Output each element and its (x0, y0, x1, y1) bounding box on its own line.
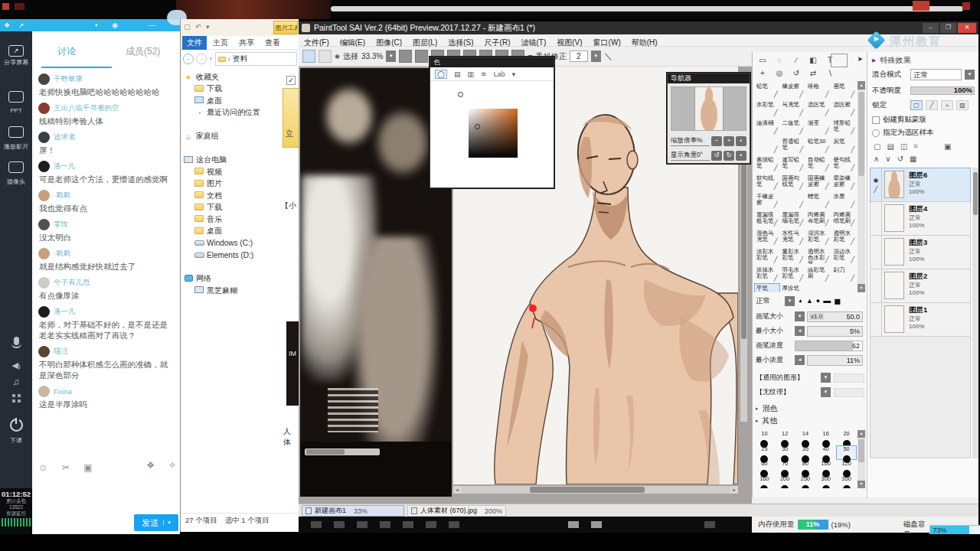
user-name[interactable]: ·戳戳 (54, 249, 70, 259)
zoom-in-icon[interactable]: + (724, 136, 734, 146)
hsv-sliders-icon[interactable]: ▥ (468, 70, 475, 78)
tree-item[interactable]: 桌面 (184, 226, 283, 238)
tree-item[interactable]: 家庭组 (184, 131, 283, 143)
size-preset[interactable]: 100 (815, 460, 836, 475)
tree-item[interactable]: Elements (D:) (184, 249, 283, 262)
brush-item[interactable]: 自动铅笔╱ (805, 155, 831, 173)
preset-scroll-thumb[interactable] (858, 439, 864, 462)
close-button[interactable]: ✕ (958, 23, 976, 33)
size-preset[interactable]: 160 (754, 475, 775, 489)
move-down-icon[interactable]: ∨ (885, 155, 890, 163)
user-name[interactable]: 零玫 (54, 220, 68, 230)
layer-row[interactable]: ◉ ╱ 图层6 正常 100% (871, 168, 970, 202)
new-layer-icon[interactable]: ▢ (874, 142, 880, 151)
tree-item[interactable]: 这台电脑 (184, 155, 283, 167)
min-size-slider[interactable]: 5% (807, 326, 863, 337)
user-name[interactable]: 王出八临千寻看的空 (54, 103, 119, 113)
tree-item[interactable]: 文档 (184, 190, 283, 202)
message-list[interactable]: 千野翠康 老师快换电脑吧哈哈哈哈哈哈哈哈 王出八临千寻看的空 线稿特别考验人体 (38, 73, 178, 454)
brush-item[interactable]: 画笔╱ (831, 81, 858, 99)
rotate-tool-icon[interactable]: ↺ (789, 67, 803, 79)
tool-button-2[interactable] (415, 50, 428, 63)
visibility-eye-icon[interactable]: ◉ (874, 311, 879, 318)
layer-scrollbar[interactable] (972, 168, 978, 458)
brush-edge-3[interactable]: ● (816, 295, 820, 307)
restore-button[interactable]: ❐ (940, 23, 956, 33)
transfer-layer-icon[interactable]: ⌗ (913, 142, 918, 151)
brush-item[interactable]: 晕染橡皮擦╱ (831, 173, 858, 191)
brush-scrollbar[interactable]: ▴ ▾ (858, 81, 865, 292)
shape-dropdown-icon[interactable]: ▾ (821, 373, 831, 383)
emoji-icon[interactable]: ☺ (38, 462, 47, 473)
send-button[interactable]: 发送▾ (134, 514, 178, 531)
size-preset[interactable]: 12 (775, 430, 795, 445)
ribbon-tab[interactable]: 主页 (208, 36, 233, 50)
avatar[interactable] (38, 103, 50, 114)
brush-item[interactable]: 球形铅笔╱ (831, 118, 858, 136)
chat-window-titlebar[interactable]: ❖ ↗ ▾ ◉ — (0, 19, 180, 31)
user-name[interactable]: 洛一凡 (54, 161, 76, 171)
chevron-down-icon[interactable]: ▾ (95, 19, 98, 31)
ribbon-tab[interactable]: 查看 (260, 36, 285, 50)
angle-reset-icon[interactable]: ▪ (736, 151, 746, 161)
send-dropdown-icon[interactable]: ▾ (163, 520, 171, 526)
lab-icon[interactable]: Lab (494, 70, 505, 78)
tab-members[interactable]: 成员(52) (126, 45, 160, 58)
layer-row[interactable]: ◉ ╱ 图层2 正常 100% (871, 269, 970, 303)
brush-item[interactable]: 透明水彩笔╱ (831, 228, 858, 246)
brush-item[interactable]: 国画橡皮擦╱ (805, 173, 831, 191)
scroll-up-icon[interactable]: ▴ (858, 430, 865, 438)
brush-item[interactable]: 软勾线笔╱ (754, 173, 780, 191)
min-density-slider[interactable]: 11% (807, 355, 863, 366)
brush-item[interactable]: 油彩笔刷╱ (805, 265, 831, 283)
blend-mode-select[interactable]: 正常 (910, 69, 962, 80)
section-others[interactable]: ▸其他 (756, 415, 864, 427)
brush-item[interactable]: 屋漏痕粗毛笔╱ (754, 210, 780, 228)
tree-item[interactable]: 音乐 (184, 214, 283, 226)
brush-item[interactable]: 铅笔╱ (754, 81, 780, 99)
forward-icon[interactable]: → (196, 54, 207, 64)
navigator-thumbnail[interactable] (671, 86, 746, 131)
visibility-eye-icon[interactable]: ◉ (874, 177, 879, 184)
zoom-reset-icon[interactable]: ▪ (736, 136, 746, 146)
hscroll-thumb[interactable] (530, 487, 645, 493)
user-name[interactable]: 兮子有儿思 (54, 278, 90, 288)
avatar[interactable] (38, 190, 50, 201)
flip-tool-icon[interactable]: ⇄ (806, 67, 820, 79)
brush-edge-5[interactable]: ◼ (834, 295, 841, 307)
brush-item[interactable]: 湿润水彩笔╱ (805, 228, 831, 246)
layer-row[interactable]: ◉ ╱ 图层1 正常 100% (871, 303, 970, 337)
merge-down-icon[interactable]: ↺ (897, 155, 903, 163)
lock-transparency-icon[interactable]: ▢ (910, 100, 923, 110)
current-color-swatch[interactable] (831, 54, 848, 67)
preset-scrollbar[interactable]: ▴ ▾ (858, 430, 865, 488)
visibility-eye-icon[interactable]: ◉ (874, 244, 879, 251)
doc-tab-canvas[interactable]: 新建画布1 33% (302, 505, 404, 517)
sidebar-share-screen[interactable]: ↗ 分享屏幕 (0, 42, 32, 67)
tool-button-1[interactable] (399, 50, 412, 63)
user-name[interactable]: 追求者 (54, 132, 76, 142)
section-blending[interactable]: ▸混色 (756, 403, 864, 415)
swatch-dropdown-icon[interactable]: ▾ (512, 70, 516, 78)
move-tool-icon[interactable]: + (756, 67, 769, 79)
avatar[interactable] (38, 161, 50, 172)
texture-dropdown-icon[interactable]: ▾ (821, 387, 831, 397)
tree-item[interactable]: 桌面 (184, 95, 283, 107)
clear-layer-icon[interactable]: ▣ (944, 142, 951, 151)
lasso-icon[interactable]: ◌ (773, 54, 786, 66)
quick-access-toolbar[interactable]: ▢ ↶ ▾ (184, 23, 211, 31)
explorer-titlebar[interactable]: ▢ ↶ ▾ 图片工具 (181, 19, 299, 36)
tree-item[interactable] (184, 261, 283, 273)
brush-item[interactable]: 二值笔╱ (780, 118, 806, 136)
brush-item[interactable]: 选区擦╱ (831, 99, 858, 118)
stabilizer-dropdown-icon[interactable]: ▾ (591, 51, 601, 62)
picture-tools-tab[interactable]: 图片工具 (273, 21, 298, 34)
tree-item[interactable]: 收藏夹 (184, 71, 283, 83)
up-icon[interactable]: ↑ (209, 55, 213, 63)
ribbon-tab[interactable]: 共享 (234, 36, 259, 50)
opacity-slider[interactable]: 62 (795, 341, 863, 351)
brush-item[interactable]: 速写铅笔╱ (780, 155, 806, 173)
eyedropper-icon[interactable]: ∖ (823, 67, 837, 79)
scroll-down-icon[interactable]: ▾ (858, 284, 865, 292)
brush-item[interactable]: 淡彩水彩笔╱ (754, 246, 780, 265)
